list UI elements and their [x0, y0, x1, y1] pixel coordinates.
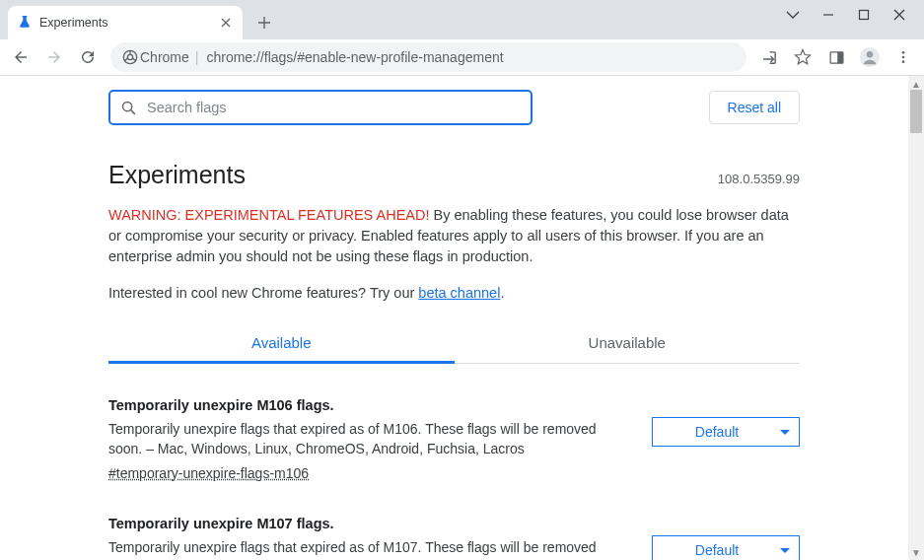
flag-hash-link[interactable]: #temporary-unexpire-flags-m106: [108, 465, 309, 481]
beta-channel-text: Interested in cool new Chrome features? …: [108, 285, 800, 301]
svg-line-12: [131, 109, 135, 113]
version-label: 108.0.5359.99: [718, 172, 800, 186]
window-close-button[interactable]: [892, 8, 906, 22]
page-title: Experiments: [108, 161, 718, 189]
bookmark-star-icon[interactable]: [788, 42, 817, 72]
reset-all-button[interactable]: Reset all: [709, 91, 800, 124]
interest-prefix: Interested in cool new Chrome features? …: [108, 285, 418, 301]
new-tab-button[interactable]: [254, 13, 274, 33]
address-bar[interactable]: Chrome | chrome://flags/#enable-new-prof…: [110, 42, 746, 72]
flag-description: Temporarily unexpire flags that expired …: [108, 419, 612, 459]
browser-toolbar: Chrome | chrome://flags/#enable-new-prof…: [0, 39, 924, 76]
profile-avatar-icon[interactable]: [855, 42, 885, 72]
flag-select[interactable]: Default: [652, 535, 800, 560]
browser-tab[interactable]: Experiments: [8, 6, 243, 39]
flag-row: Temporarily unexpire M106 flags. Tempora…: [108, 397, 800, 482]
flag-title: Temporarily unexpire M107 flags.: [108, 516, 612, 531]
flag-description: Temporarily unexpire flags that expired …: [108, 537, 612, 560]
svg-rect-1: [860, 11, 869, 20]
window-dropdown-icon[interactable]: [786, 8, 800, 22]
chrome-product-icon: [122, 49, 138, 65]
window-minimize-button[interactable]: [821, 8, 835, 22]
svg-point-11: [122, 102, 131, 110]
flag-select[interactable]: Default: [652, 417, 800, 447]
interest-suffix: .: [500, 285, 504, 301]
url-separator: |: [195, 49, 199, 65]
back-button[interactable]: [6, 42, 36, 72]
scrollbar-thumb[interactable]: [910, 90, 922, 133]
svg-point-10: [902, 60, 905, 63]
svg-point-9: [902, 56, 905, 59]
svg-point-8: [902, 51, 905, 54]
vertical-scrollbar[interactable]: ▲ ▼: [908, 76, 924, 560]
flag-row: Temporarily unexpire M107 flags. Tempora…: [108, 516, 800, 560]
svg-point-7: [867, 51, 873, 57]
svg-rect-5: [837, 51, 843, 62]
tab-close-button[interactable]: [219, 16, 233, 30]
search-icon: [120, 100, 137, 116]
share-icon[interactable]: [754, 42, 784, 72]
scrollbar-down-arrow[interactable]: ▼: [908, 544, 924, 560]
svg-point-3: [127, 54, 132, 59]
tab-unavailable[interactable]: Unavailable: [455, 322, 801, 363]
search-flags-field[interactable]: [108, 90, 533, 125]
window-maximize-button[interactable]: [857, 8, 871, 22]
kebab-menu-icon[interactable]: [888, 42, 918, 72]
forward-button[interactable]: [39, 42, 69, 72]
beta-channel-link[interactable]: beta channel: [418, 285, 500, 301]
search-input[interactable]: [145, 99, 521, 116]
reload-button[interactable]: [73, 42, 103, 72]
flag-title: Temporarily unexpire M106 flags.: [108, 397, 612, 413]
flask-icon: [18, 16, 32, 30]
warning-text: WARNING: EXPERIMENTAL FEATURES AHEAD! By…: [108, 205, 800, 267]
tab-available[interactable]: Available: [108, 322, 455, 363]
url-scheme-label: Chrome: [140, 49, 189, 65]
url-text: chrome://flags/#enable-new-profile-manag…: [206, 49, 503, 65]
warning-label: WARNING: EXPERIMENTAL FEATURES AHEAD!: [108, 207, 430, 223]
side-panel-icon[interactable]: [821, 42, 851, 72]
tab-title: Experiments: [39, 16, 219, 30]
